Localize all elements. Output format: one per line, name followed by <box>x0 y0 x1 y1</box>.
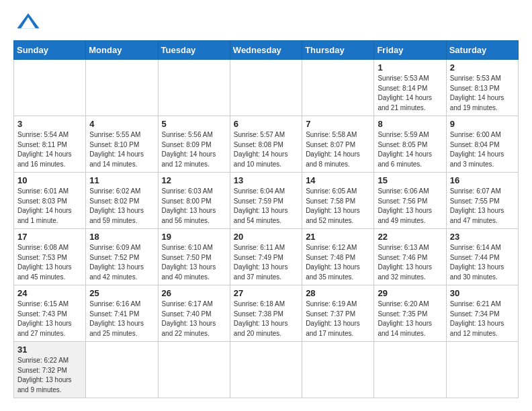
day-cell: 10Sunrise: 6:01 AM Sunset: 8:03 PM Dayli… <box>14 173 86 229</box>
day-cell: 13Sunrise: 6:04 AM Sunset: 7:59 PM Dayli… <box>230 173 302 229</box>
day-info: Sunrise: 6:06 AM Sunset: 7:56 PM Dayligh… <box>378 187 442 226</box>
day-cell <box>230 60 302 116</box>
day-info: Sunrise: 6:02 AM Sunset: 8:02 PM Dayligh… <box>89 187 154 226</box>
weekday-monday: Monday <box>86 41 158 60</box>
day-number: 23 <box>450 232 515 242</box>
day-info: Sunrise: 6:16 AM Sunset: 7:41 PM Dayligh… <box>89 300 154 338</box>
day-info: Sunrise: 6:14 AM Sunset: 7:44 PM Dayligh… <box>450 243 515 282</box>
header <box>13 11 519 34</box>
day-cell: 4Sunrise: 5:55 AM Sunset: 8:10 PM Daylig… <box>86 116 158 173</box>
day-info: Sunrise: 6:22 AM Sunset: 7:32 PM Dayligh… <box>17 356 82 395</box>
day-number: 17 <box>17 232 82 242</box>
day-cell <box>374 342 446 398</box>
day-number: 25 <box>89 288 154 298</box>
day-cell <box>302 60 374 116</box>
day-cell: 9Sunrise: 6:00 AM Sunset: 8:04 PM Daylig… <box>446 116 518 173</box>
day-number: 9 <box>450 119 515 129</box>
day-cell: 28Sunrise: 6:19 AM Sunset: 7:37 PM Dayli… <box>302 285 374 342</box>
day-info: Sunrise: 5:58 AM Sunset: 8:07 PM Dayligh… <box>306 130 370 169</box>
day-info: Sunrise: 6:00 AM Sunset: 8:04 PM Dayligh… <box>450 130 515 169</box>
day-cell: 1Sunrise: 5:53 AM Sunset: 8:14 PM Daylig… <box>374 60 446 116</box>
day-info: Sunrise: 6:10 AM Sunset: 7:50 PM Dayligh… <box>162 243 226 282</box>
day-cell: 31Sunrise: 6:22 AM Sunset: 7:32 PM Dayli… <box>14 342 86 398</box>
day-number: 18 <box>89 232 154 242</box>
day-info: Sunrise: 6:05 AM Sunset: 7:58 PM Dayligh… <box>306 187 370 226</box>
day-cell: 8Sunrise: 5:59 AM Sunset: 8:05 PM Daylig… <box>374 116 446 173</box>
day-number: 19 <box>162 232 226 242</box>
day-cell: 22Sunrise: 6:13 AM Sunset: 7:46 PM Dayli… <box>374 229 446 285</box>
day-number: 22 <box>378 232 442 242</box>
day-info: Sunrise: 5:56 AM Sunset: 8:09 PM Dayligh… <box>162 130 226 169</box>
day-cell: 16Sunrise: 6:07 AM Sunset: 7:55 PM Dayli… <box>446 173 518 229</box>
day-number: 11 <box>89 175 154 185</box>
day-info: Sunrise: 5:55 AM Sunset: 8:10 PM Dayligh… <box>89 130 154 169</box>
day-info: Sunrise: 6:08 AM Sunset: 7:53 PM Dayligh… <box>17 243 82 282</box>
logo <box>13 11 40 34</box>
day-cell <box>86 60 158 116</box>
day-cell: 19Sunrise: 6:10 AM Sunset: 7:50 PM Dayli… <box>158 229 230 285</box>
day-number: 16 <box>450 175 515 185</box>
day-cell: 24Sunrise: 6:15 AM Sunset: 7:43 PM Dayli… <box>14 285 86 342</box>
day-number: 28 <box>306 288 370 298</box>
day-cell: 25Sunrise: 6:16 AM Sunset: 7:41 PM Dayli… <box>86 285 158 342</box>
page: SundayMondayTuesdayWednesdayThursdayFrid… <box>0 0 532 409</box>
day-number: 8 <box>378 119 442 129</box>
day-number: 26 <box>162 288 226 298</box>
day-info: Sunrise: 6:04 AM Sunset: 7:59 PM Dayligh… <box>234 187 298 226</box>
day-info: Sunrise: 6:19 AM Sunset: 7:37 PM Dayligh… <box>306 300 370 338</box>
day-number: 3 <box>17 119 82 129</box>
day-number: 6 <box>234 119 298 129</box>
day-number: 7 <box>306 119 370 129</box>
day-info: Sunrise: 6:01 AM Sunset: 8:03 PM Dayligh… <box>17 187 82 226</box>
weekday-sunday: Sunday <box>14 41 86 60</box>
day-cell: 29Sunrise: 6:20 AM Sunset: 7:35 PM Dayli… <box>374 285 446 342</box>
day-info: Sunrise: 5:53 AM Sunset: 8:13 PM Dayligh… <box>450 74 515 113</box>
week-row-1: 1Sunrise: 5:53 AM Sunset: 8:14 PM Daylig… <box>14 60 519 116</box>
day-info: Sunrise: 6:09 AM Sunset: 7:52 PM Dayligh… <box>89 243 154 282</box>
day-cell: 5Sunrise: 5:56 AM Sunset: 8:09 PM Daylig… <box>158 116 230 173</box>
weekday-wednesday: Wednesday <box>230 41 302 60</box>
day-cell <box>86 342 158 398</box>
day-info: Sunrise: 5:54 AM Sunset: 8:11 PM Dayligh… <box>17 130 82 169</box>
day-number: 21 <box>306 232 370 242</box>
day-cell: 17Sunrise: 6:08 AM Sunset: 7:53 PM Dayli… <box>14 229 86 285</box>
day-cell: 14Sunrise: 6:05 AM Sunset: 7:58 PM Dayli… <box>302 173 374 229</box>
weekday-friday: Friday <box>374 41 446 60</box>
week-row-2: 3Sunrise: 5:54 AM Sunset: 8:11 PM Daylig… <box>14 116 519 173</box>
day-cell: 15Sunrise: 6:06 AM Sunset: 7:56 PM Dayli… <box>374 173 446 229</box>
calendar: SundayMondayTuesdayWednesdayThursdayFrid… <box>13 40 519 398</box>
day-info: Sunrise: 5:57 AM Sunset: 8:08 PM Dayligh… <box>234 130 298 169</box>
day-info: Sunrise: 5:59 AM Sunset: 8:05 PM Dayligh… <box>378 130 442 169</box>
day-info: Sunrise: 6:11 AM Sunset: 7:49 PM Dayligh… <box>234 243 298 282</box>
week-row-3: 10Sunrise: 6:01 AM Sunset: 8:03 PM Dayli… <box>14 173 519 229</box>
day-info: Sunrise: 6:21 AM Sunset: 7:34 PM Dayligh… <box>450 300 515 338</box>
day-cell: 11Sunrise: 6:02 AM Sunset: 8:02 PM Dayli… <box>86 173 158 229</box>
day-info: Sunrise: 6:03 AM Sunset: 8:00 PM Dayligh… <box>162 187 226 226</box>
day-number: 14 <box>306 175 370 185</box>
day-info: Sunrise: 6:12 AM Sunset: 7:48 PM Dayligh… <box>306 243 370 282</box>
day-number: 12 <box>162 175 226 185</box>
day-number: 24 <box>17 288 82 298</box>
day-cell: 23Sunrise: 6:14 AM Sunset: 7:44 PM Dayli… <box>446 229 518 285</box>
day-number: 10 <box>17 175 82 185</box>
day-info: Sunrise: 6:13 AM Sunset: 7:46 PM Dayligh… <box>378 243 442 282</box>
day-cell: 6Sunrise: 5:57 AM Sunset: 8:08 PM Daylig… <box>230 116 302 173</box>
day-number: 31 <box>17 345 82 355</box>
day-cell <box>14 60 86 116</box>
day-cell: 7Sunrise: 5:58 AM Sunset: 8:07 PM Daylig… <box>302 116 374 173</box>
day-number: 29 <box>378 288 442 298</box>
logo-icon <box>16 11 40 31</box>
day-info: Sunrise: 5:53 AM Sunset: 8:14 PM Dayligh… <box>378 74 442 113</box>
day-number: 15 <box>378 175 442 185</box>
day-info: Sunrise: 6:17 AM Sunset: 7:40 PM Dayligh… <box>162 300 226 338</box>
weekday-header-row: SundayMondayTuesdayWednesdayThursdayFrid… <box>14 41 519 60</box>
week-row-6: 31Sunrise: 6:22 AM Sunset: 7:32 PM Dayli… <box>14 342 519 398</box>
day-info: Sunrise: 6:15 AM Sunset: 7:43 PM Dayligh… <box>17 300 82 338</box>
day-cell: 30Sunrise: 6:21 AM Sunset: 7:34 PM Dayli… <box>446 285 518 342</box>
day-number: 20 <box>234 232 298 242</box>
day-info: Sunrise: 6:18 AM Sunset: 7:38 PM Dayligh… <box>234 300 298 338</box>
day-info: Sunrise: 6:07 AM Sunset: 7:55 PM Dayligh… <box>450 187 515 226</box>
day-cell: 18Sunrise: 6:09 AM Sunset: 7:52 PM Dayli… <box>86 229 158 285</box>
day-number: 5 <box>162 119 226 129</box>
day-cell: 3Sunrise: 5:54 AM Sunset: 8:11 PM Daylig… <box>14 116 86 173</box>
